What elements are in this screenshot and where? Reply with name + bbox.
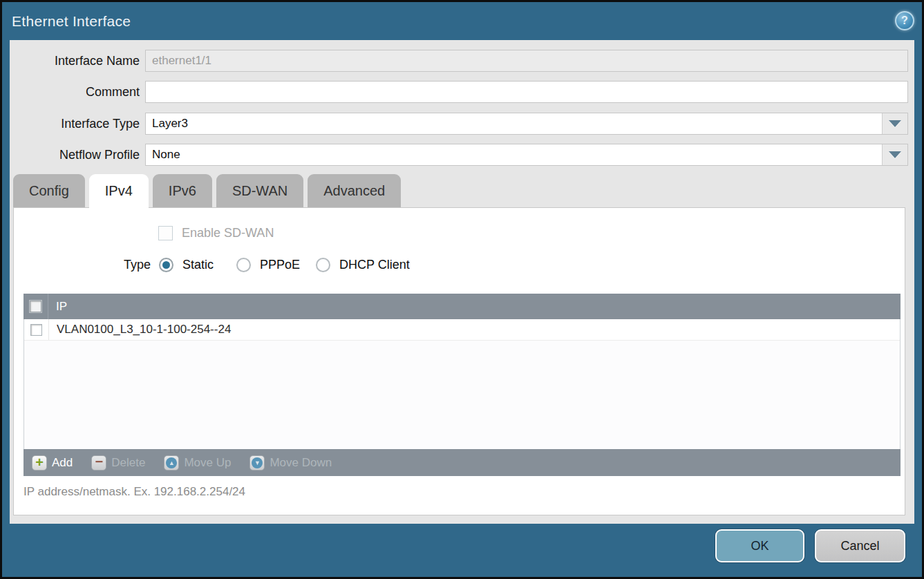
chevron-down-icon [889, 120, 901, 127]
interface-type-value: Layer3 [146, 113, 907, 134]
ip-table-header: IP [23, 294, 901, 319]
move-down-icon: ▼ [249, 455, 265, 471]
tab-config[interactable]: Config [13, 174, 85, 207]
up-arrow-glyph: ▲ [166, 457, 177, 468]
add-plus-icon: + [32, 455, 47, 471]
ip-table-body: VLAN0100_L3_10-1-100-254--24 [23, 319, 901, 449]
table-row[interactable]: VLAN0100_L3_10-1-100-254--24 [24, 319, 900, 341]
move-up-icon: ▲ [164, 455, 179, 471]
ip-address-table: IP VLAN0100_L3_10-1-100-254--24 + Add [23, 294, 901, 476]
move-up-button-label: Move Up [184, 456, 231, 470]
enable-sdwan-row: Enable SD-WAN [158, 226, 274, 240]
netflow-profile-field-wrap: None [145, 144, 908, 166]
ip-netmask-hint: IP address/netmask. Ex. 192.168.2.254/24 [23, 485, 245, 499]
delete-button-label: Delete [111, 456, 145, 470]
interface-type-dropdown-button[interactable] [882, 113, 907, 134]
ethernet-interface-dialog: Ethernet Interface ? Interface Name Comm… [0, 0, 924, 579]
tab-ipv6[interactable]: IPv6 [153, 174, 212, 207]
interface-name-label: Interface Name [10, 50, 140, 72]
enable-sdwan-checkbox [158, 226, 173, 240]
netflow-profile-select[interactable]: None [145, 144, 908, 166]
select-all-checkbox[interactable] [30, 301, 41, 312]
cancel-button[interactable]: Cancel [815, 529, 905, 562]
netflow-profile-dropdown-button[interactable] [882, 144, 907, 165]
radio-dhcp-label: DHCP Client [339, 258, 410, 272]
interface-type-row: Interface Type Layer3 [10, 113, 914, 135]
radio-unselected-icon [236, 258, 251, 272]
interface-name-row: Interface Name [10, 50, 914, 72]
ok-button[interactable]: OK [715, 529, 804, 562]
interface-type-label: Interface Type [10, 113, 140, 135]
comment-row: Comment [10, 81, 914, 103]
help-icon[interactable]: ? [895, 11, 914, 30]
down-arrow-glyph: ▼ [252, 457, 263, 468]
dialog-title: Ethernet Interface [12, 2, 131, 40]
tab-ipv4[interactable]: IPv4 [89, 174, 149, 209]
add-button[interactable]: + Add [32, 455, 73, 471]
comment-field-wrap [145, 81, 908, 103]
radio-option-pppoe[interactable]: PPPoE [236, 255, 300, 274]
move-down-button: ▼ Move Down [249, 455, 332, 471]
dialog-footer: OK Cancel [2, 524, 922, 577]
tab-advanced[interactable]: Advanced [308, 174, 401, 207]
ip-table-toolbar: + Add − Delete ▲ Move Up ▼ Move Down [23, 449, 901, 476]
interface-type-select[interactable]: Layer3 [145, 113, 908, 135]
radio-static-label: Static [182, 258, 214, 272]
type-group-label: Type [14, 255, 151, 274]
add-button-label: Add [52, 456, 73, 470]
tab-sdwan[interactable]: SD-WAN [216, 174, 303, 207]
dialog-titlebar: Ethernet Interface ? [2, 2, 922, 40]
chevron-down-icon [889, 151, 901, 158]
enable-sdwan-label: Enable SD-WAN [182, 226, 274, 240]
comment-label: Comment [10, 81, 140, 103]
select-all-column [23, 294, 48, 319]
delete-minus-icon: − [91, 455, 106, 471]
ip-column-header: IP [48, 300, 67, 314]
minus-glyph: − [95, 455, 103, 468]
type-radio-group: Type Static PPPoE DHCP Client [14, 255, 905, 274]
dialog-body: Interface Name Comment Interface Type La… [10, 40, 914, 524]
move-up-button: ▲ Move Up [164, 455, 231, 471]
ip-row-value: VLAN0100_L3_10-1-100-254--24 [49, 323, 231, 336]
plus-glyph: + [35, 455, 44, 469]
row-check-column [24, 319, 49, 340]
ipv4-tab-panel: Enable SD-WAN Type Static PPPoE DHCP Cli… [13, 207, 905, 515]
radio-unselected-icon [316, 258, 330, 272]
interface-type-field-wrap: Layer3 [145, 113, 908, 135]
netflow-profile-label: Netflow Profile [10, 144, 140, 166]
netflow-profile-value: None [146, 144, 907, 165]
delete-button: − Delete [91, 455, 145, 471]
netflow-profile-row: Netflow Profile None [10, 144, 914, 166]
comment-input[interactable] [145, 81, 908, 103]
interface-name-field-wrap [145, 50, 908, 72]
radio-selected-icon [159, 258, 173, 272]
row-checkbox[interactable] [30, 324, 42, 336]
radio-pppoe-label: PPPoE [260, 258, 300, 272]
interface-name-input [145, 50, 908, 72]
tab-bar: Config IPv4 IPv6 SD-WAN Advanced [13, 174, 401, 209]
radio-option-static[interactable]: Static [159, 255, 214, 274]
move-down-button-label: Move Down [270, 456, 332, 470]
radio-option-dhcp-client[interactable]: DHCP Client [316, 255, 410, 274]
